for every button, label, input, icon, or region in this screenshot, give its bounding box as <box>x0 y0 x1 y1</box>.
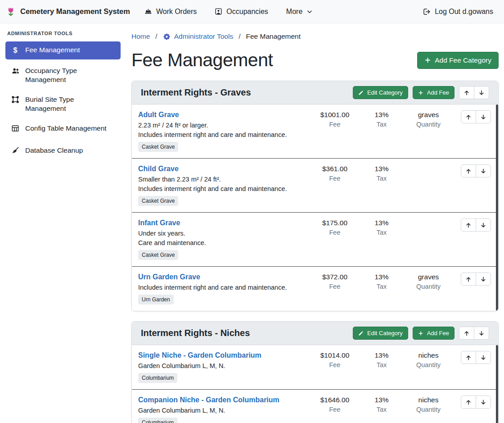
fee-name-link[interactable]: Infant Grave <box>138 219 180 227</box>
fee-reorder-buttons <box>461 350 491 364</box>
move-category-down-button[interactable] <box>474 327 489 340</box>
app-brand[interactable]: Cemetery Management System <box>5 6 130 17</box>
tax-value: 13% <box>358 351 405 359</box>
arrow-down-icon <box>480 355 486 361</box>
move-fee-up-button[interactable] <box>461 218 476 232</box>
move-fee-down-button[interactable] <box>476 110 491 123</box>
edit-category-label: Edit Category <box>367 330 403 337</box>
main-content: Home / Administrator Tools / Fee Managem… <box>126 23 504 423</box>
sidebar-item-database-cleanup[interactable]: Database Cleanup <box>5 142 121 161</box>
fee-description: Care and maintenance. <box>138 239 308 246</box>
card-scrollbar[interactable] <box>496 105 498 311</box>
sidebar-item-label: Database Cleanup <box>25 146 83 155</box>
fee-amount-label: Fee <box>311 229 358 236</box>
tax-value: 13% <box>358 111 405 119</box>
fee-description: Includes interment right and care and ma… <box>138 185 308 192</box>
nav-work-orders[interactable]: Work Orders <box>144 8 197 16</box>
breadcrumb-home-link[interactable]: Home <box>131 32 150 41</box>
arrow-down-icon <box>480 276 486 282</box>
sidebar-item-fee-management[interactable]: $ Fee Management <box>5 41 121 59</box>
fee-row: Single Niche - Garden Columbarium Garden… <box>132 345 498 389</box>
move-category-up-button[interactable] <box>459 86 474 99</box>
arrow-up-icon <box>465 222 472 228</box>
sidebar-item-occupancy-type-management[interactable]: Occupancy Type Management <box>5 62 121 88</box>
sidebar-item-label: Fee Management <box>25 45 80 55</box>
fee-name-link[interactable]: Single Niche - Garden Columbarium <box>138 351 261 359</box>
sidebar-item-burial-site-type-management[interactable]: Burial Site Type Management <box>5 91 121 117</box>
fee-amount-label: Fee <box>311 406 358 413</box>
quantity-label: Quantity <box>405 121 452 128</box>
add-fee-label: Add Fee <box>427 89 449 96</box>
move-fee-down-button[interactable] <box>476 273 491 286</box>
move-category-down-button[interactable] <box>474 86 489 99</box>
fee-amount-column: $1646.00 Fee <box>311 395 358 413</box>
move-fee-down-button[interactable] <box>476 164 491 177</box>
tulip-logo-icon <box>5 6 16 17</box>
tax-label: Tax <box>358 283 405 290</box>
breadcrumb-admin-tools-link[interactable]: Administrator Tools <box>163 32 234 41</box>
fee-type-badge: Columbarium <box>138 418 177 423</box>
edit-category-button[interactable]: Edit Category <box>353 86 408 99</box>
card-scrollbar[interactable] <box>496 345 498 423</box>
nav-occupancies[interactable]: Occupancies <box>215 8 268 16</box>
tax-column: 13% Tax <box>358 395 405 413</box>
move-fee-up-button[interactable] <box>461 164 476 177</box>
fee-name-link[interactable]: Child Grave <box>138 165 179 173</box>
tax-value: 13% <box>358 273 405 281</box>
logout-link[interactable]: Log Out d.gowans <box>423 8 493 16</box>
fee-description: Garden Columbarium L, M, N. <box>138 362 308 369</box>
sidebar-item-label: Config Table Management <box>25 124 107 133</box>
hard-hat-icon <box>144 8 152 15</box>
edit-category-button[interactable]: Edit Category <box>353 327 408 340</box>
fee-name-link[interactable]: Urn Garden Grave <box>138 273 200 281</box>
move-fee-up-button[interactable] <box>461 396 476 409</box>
arrow-down-icon <box>480 168 486 174</box>
arrow-down-icon <box>478 90 485 96</box>
quantity-label: Quantity <box>405 406 452 413</box>
app-title: Cemetery Management System <box>20 7 130 16</box>
arrow-down-icon <box>480 222 486 228</box>
fee-amount-label: Fee <box>311 121 358 128</box>
quantity-column: niches Quantity <box>405 395 452 413</box>
fee-amount: $1646.00 <box>311 396 358 404</box>
arrow-down-icon <box>480 114 486 120</box>
quantity-value: niches <box>405 351 452 359</box>
plus-icon <box>424 57 431 64</box>
top-navbar: Cemetery Management System Work Orders O… <box>0 0 504 23</box>
move-fee-down-button[interactable] <box>476 396 491 409</box>
tax-label: Tax <box>358 229 405 236</box>
quantity-label: Quantity <box>405 283 452 290</box>
quantity-column: niches Quantity <box>405 350 452 368</box>
quantity-value: graves <box>405 111 452 119</box>
category-fee-list: Single Niche - Garden Columbarium Garden… <box>132 345 498 423</box>
fee-description: Under six years. <box>138 230 308 237</box>
arrow-up-icon <box>465 355 472 361</box>
category-card-niches: Interment Rights - Niches Edit Category … <box>131 321 499 423</box>
fee-description: 2.23 m² / 24 ft² or larger. <box>138 122 308 129</box>
nav-more[interactable]: More <box>286 8 313 16</box>
fee-name-link[interactable]: Companion Niche - Garden Columbarium <box>138 396 279 404</box>
add-fee-button[interactable]: Add Fee <box>413 86 454 99</box>
add-fee-button[interactable]: Add Fee <box>413 327 454 340</box>
fee-amount-column: $1014.00 Fee <box>311 350 358 368</box>
category-reorder-buttons <box>459 327 489 340</box>
move-category-up-button[interactable] <box>459 327 474 340</box>
category-card-graves: Interment Rights - Graves Edit Category … <box>131 81 499 311</box>
fee-amount: $1014.00 <box>311 351 358 359</box>
sidebar: ADMINISTRATOR TOOLS $ Fee Management Occ… <box>0 23 126 423</box>
move-fee-up-button[interactable] <box>461 273 476 286</box>
move-fee-down-button[interactable] <box>476 218 491 232</box>
move-fee-down-button[interactable] <box>476 351 491 364</box>
fee-amount: $175.00 <box>311 219 358 227</box>
tax-label: Tax <box>358 361 405 368</box>
breadcrumb-admin-tools-label: Administrator Tools <box>174 32 234 41</box>
move-fee-up-button[interactable] <box>461 110 476 123</box>
breadcrumb-current: Fee Management <box>246 32 301 41</box>
sidebar-item-config-table-management[interactable]: Config Table Management <box>5 120 121 139</box>
fee-type-badge: Casket Grave <box>138 196 178 206</box>
move-fee-up-button[interactable] <box>461 351 476 364</box>
fee-name-link[interactable]: Adult Grave <box>138 111 179 119</box>
logout-icon <box>423 8 431 16</box>
edit-category-label: Edit Category <box>367 89 403 96</box>
add-fee-category-button[interactable]: Add Fee Category <box>417 52 499 69</box>
